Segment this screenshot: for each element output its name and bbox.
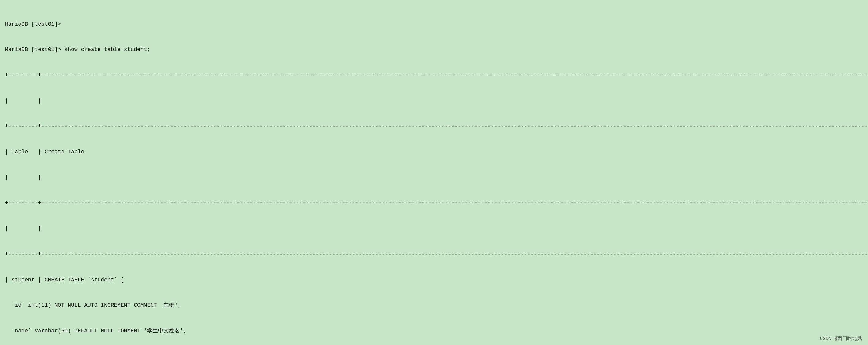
terminal-window: MariaDB [test01]> MariaDB [test01]> show…: [0, 0, 868, 345]
line-1: MariaDB [test01]>: [5, 20, 863, 29]
line-id: `id` int(11) NOT NULL AUTO_INCREMENT COM…: [5, 301, 863, 310]
line-name: `name` varchar(50) DEFAULT NULL COMMENT …: [5, 327, 863, 336]
line-separator-2: +---------+-----------------------------…: [5, 122, 863, 131]
line-empty-3: | |: [5, 225, 863, 233]
line-separator-4: +---------+-----------------------------…: [5, 250, 863, 259]
watermark: CSDN @西门吹北风: [819, 336, 862, 342]
line-separator-3: +---------+-----------------------------…: [5, 199, 863, 207]
line-empty-2: | |: [5, 174, 863, 182]
line-header: | Table | Create Table: [5, 148, 863, 157]
line-empty-1: | |: [5, 97, 863, 105]
line-separator-1: +---------+-----------------------------…: [5, 71, 863, 80]
line-2: MariaDB [test01]> show create table stud…: [5, 45, 863, 54]
line-create-table-start: | student | CREATE TABLE `student` (: [5, 276, 863, 284]
